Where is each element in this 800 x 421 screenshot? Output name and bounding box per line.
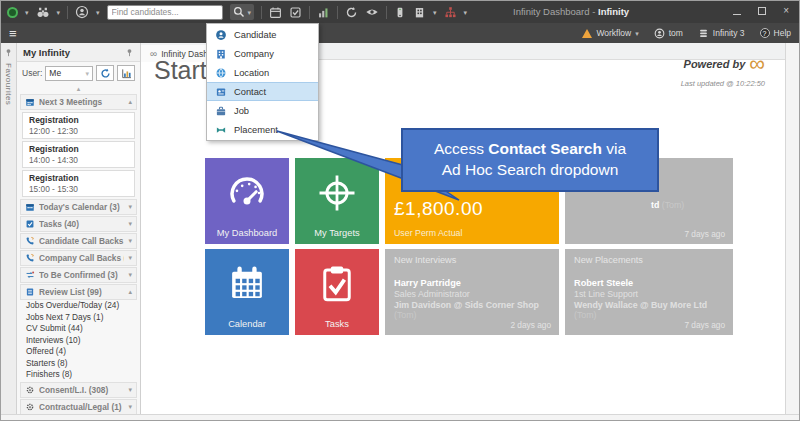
review-item[interactable]: Offered (4) [17, 346, 140, 358]
chevron-down-icon: ▾ [128, 254, 132, 262]
menu-item-placement[interactable]: Placement [207, 120, 318, 139]
gear-icon [25, 402, 35, 412]
gauge-icon [226, 172, 268, 218]
section-candidate-callbacks[interactable]: Candidate Call Backs (19) ▾ [20, 233, 137, 249]
user-select[interactable]: Me ▾ [45, 66, 93, 81]
current-user[interactable]: tom [654, 28, 683, 39]
database-selector[interactable]: Infinity 3 [698, 28, 745, 39]
dropdown-caret-icon: ▾ [635, 30, 639, 37]
maximize-button[interactable] [758, 7, 766, 15]
binoculars-search-icon[interactable] [36, 5, 50, 19]
chevron-up-icon: ▴ [128, 98, 132, 106]
status-icon[interactable] [7, 7, 18, 18]
chart-icon[interactable] [317, 6, 330, 19]
review-item[interactable]: Jobs Next 7 Days (1) [17, 312, 140, 324]
task-icon [25, 219, 35, 229]
globe-icon [215, 67, 227, 79]
dropdown-caret-icon[interactable]: ▾ [25, 9, 29, 16]
workflow-menu[interactable]: Workflow ▾ [582, 28, 638, 38]
building-icon [215, 48, 227, 60]
meeting-card[interactable]: Registration 15:00 - 15:30 [22, 170, 135, 197]
chevron-down-icon: ▾ [128, 403, 132, 411]
phone-icon[interactable] [394, 6, 406, 19]
section-company-callbacks[interactable]: Company Call Backs (15) ▾ [20, 250, 137, 266]
user-icon[interactable] [75, 5, 89, 19]
dropdown-caret-icon[interactable]: ▾ [464, 9, 468, 16]
toolbar-separator [386, 6, 387, 19]
tile-tasks[interactable]: Tasks [295, 249, 379, 335]
section-contractual-legal[interactable]: Contractual/Legal (1) ▾ [20, 399, 137, 415]
adhoc-search-menu: Candidate Company Location Contact Job P… [206, 23, 319, 141]
panel-collapse-caret[interactable]: ▴ [17, 84, 140, 93]
toolbar-separator [309, 6, 310, 19]
user-filter-label: User: [22, 68, 42, 78]
panel-title: My Infinity [23, 47, 70, 58]
stats-button[interactable] [117, 65, 135, 81]
menu-item-contact[interactable]: Contact [207, 82, 318, 101]
menu-item-candidate[interactable]: Candidate [207, 25, 318, 44]
minimize-button[interactable] [733, 14, 741, 15]
tile-my-targets[interactable]: My Targets [295, 158, 379, 244]
review-item[interactable]: Jobs Overdue/Today (24) [17, 300, 140, 312]
chevron-down-icon: ▾ [128, 386, 132, 394]
workflow-warning-icon [582, 29, 592, 38]
tile-calendar[interactable]: Calendar [205, 249, 289, 335]
phone-icon [25, 253, 35, 263]
calendar-icon[interactable] [269, 6, 282, 19]
toolbar-separator [67, 6, 68, 19]
section-to-be-confirmed[interactable]: To Be Confirmed (3) ▾ [20, 267, 137, 283]
close-button[interactable]: × [783, 6, 789, 16]
meeting-card[interactable]: Registration 14:00 - 14:30 [22, 141, 135, 168]
review-item[interactable]: Finishers (8) [17, 369, 140, 381]
user-icon [654, 28, 665, 39]
search-input[interactable] [107, 5, 223, 20]
menu-item-location[interactable]: Location [207, 63, 318, 82]
list-icon [25, 287, 35, 297]
pin-icon [4, 48, 13, 57]
calendar-icon [25, 202, 35, 212]
sync-icon[interactable] [345, 6, 358, 19]
help-icon: ? [760, 28, 770, 38]
phone-icon [25, 236, 35, 246]
menu-item-job[interactable]: Job [207, 101, 318, 120]
pin-icon[interactable] [125, 48, 134, 57]
section-tasks[interactable]: Tasks (40) ▾ [20, 216, 137, 232]
eye-icon[interactable] [365, 5, 379, 19]
callout-box: Access Contact Search via Ad Hoc Search … [401, 128, 659, 192]
section-review-list[interactable]: Review List (99) ▴ [20, 284, 137, 300]
section-consent[interactable]: Consent/L.I. (308) ▾ [20, 382, 137, 398]
app-menubar: ≡ Workflow ▾ tom Infinity 3 ? Help [1, 23, 799, 43]
section-next-3-meetings[interactable]: Next 3 Meetings ▴ [20, 94, 137, 110]
refresh-button[interactable] [96, 65, 114, 81]
database-icon [698, 28, 709, 39]
menu-item-company[interactable]: Company [207, 44, 318, 63]
favourites-strip[interactable]: Favourites [1, 43, 17, 415]
refresh-icon [100, 68, 111, 79]
window-title: Infinity Dashboard - Infinity [513, 6, 629, 17]
review-item[interactable]: Starters (8) [17, 358, 140, 370]
company-icon[interactable] [413, 6, 426, 19]
confirm-icon [25, 270, 35, 280]
titlebar: ▾ ▾ ▾ ▾ [1, 1, 799, 23]
dropdown-caret-icon: ▾ [248, 9, 252, 16]
review-item[interactable]: Interviews (10) [17, 335, 140, 347]
tile-my-dashboard[interactable]: My Dashboard [205, 158, 289, 244]
tile-new-interviews[interactable]: New Interviews Harry Partridge Sales Adm… [385, 249, 559, 335]
infinity-logo: ∞ [749, 57, 765, 71]
menu-icon[interactable]: ≡ [9, 27, 17, 40]
help-button[interactable]: ? Help [760, 28, 791, 38]
dropdown-caret-icon[interactable]: ▾ [57, 9, 61, 16]
review-item[interactable]: CV Submit (44) [17, 323, 140, 335]
dropdown-caret-icon[interactable]: ▾ [433, 9, 437, 16]
chevron-down-icon: ▾ [128, 203, 132, 211]
tasks-icon[interactable] [289, 6, 302, 19]
candidate-icon [215, 29, 227, 41]
section-todays-calendar[interactable]: Today's Calendar (3) ▾ [20, 199, 137, 215]
hierarchy-icon[interactable] [444, 6, 457, 19]
dropdown-caret-icon[interactable]: ▾ [96, 9, 100, 16]
toolbar-separator [261, 6, 262, 19]
tile-new-placements[interactable]: New Placements Robert Steele 1st Line Su… [565, 249, 733, 335]
meeting-card[interactable]: Registration 12:00 - 12:30 [22, 112, 135, 139]
chevron-down-icon: ▾ [128, 237, 132, 245]
adhoc-search-dropdown[interactable]: ▾ [230, 4, 255, 20]
